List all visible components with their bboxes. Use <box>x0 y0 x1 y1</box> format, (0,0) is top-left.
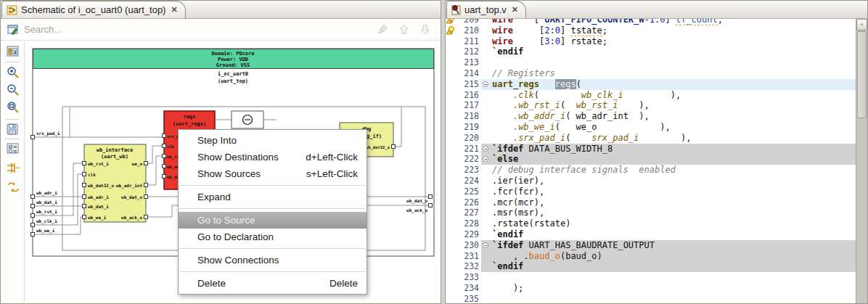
svg-text:wb_ack_o: wb_ack_o <box>121 215 142 221</box>
editor-line[interactable]: 234 ); <box>446 283 856 294</box>
fold-column <box>481 261 492 272</box>
properties-icon[interactable]: i <box>7 46 20 57</box>
menu-item-label: Step Into <box>197 135 237 146</box>
editor-line[interactable]: 219 .wb_we_i( we_o ), <box>446 122 856 133</box>
warning-icon[interactable] <box>446 19 457 25</box>
editor-line[interactable]: 222`else <box>446 154 856 165</box>
line-number: 223 <box>457 165 481 176</box>
line-highlight-region: .fcr(fcr), <box>481 186 856 197</box>
fold-marker[interactable] <box>481 154 492 165</box>
block-clock-buffer[interactable] <box>232 111 263 128</box>
warning-icon[interactable] <box>446 25 457 36</box>
editor-line[interactable]: 214// Registers <box>446 68 856 79</box>
editor-line[interactable]: 232`endif <box>446 261 856 272</box>
editor-line[interactable]: 229`endif <box>446 229 856 240</box>
line-highlight-region: .wb_addr_i( wb_adr_int ), <box>481 111 856 122</box>
editor-line[interactable]: 212`endif <box>446 46 856 57</box>
menu-item-label: Delete <box>197 278 226 289</box>
fold-column <box>481 90 492 101</box>
line-highlight-region: wire [2:0] tstate; <box>481 25 856 36</box>
svg-text:clk: clk <box>167 144 175 149</box>
search-input[interactable] <box>20 24 377 35</box>
search-next-icon[interactable] <box>419 24 430 35</box>
editor-line[interactable]: 218 .wb_addr_i( wb_adr_int ), <box>446 111 856 122</box>
editor-line[interactable]: 213 <box>446 57 856 68</box>
schematic-toolbar: i <box>1 41 25 303</box>
menu-item-go-to-source[interactable]: Go to Source <box>179 212 367 229</box>
menu-item-delete[interactable]: DeleteDelete <box>179 275 367 292</box>
menu-item-label: Go to Declaration <box>197 231 274 242</box>
menu-item-show-connections[interactable]: Show Connections <box>179 252 367 268</box>
line-number: 225 <box>457 186 481 197</box>
fold-column <box>481 218 492 229</box>
editor-line[interactable]: 224.ier(ier), <box>446 176 856 186</box>
scroll-up-button[interactable]: ^ <box>856 19 867 30</box>
line-number: 216 <box>457 90 481 101</box>
code-text: .mcr(mcr), <box>492 197 856 208</box>
fold-marker[interactable] <box>481 144 492 155</box>
line-highlight-region: `ifdef UART_HAS_BAUDRATE_OUTPUT <box>481 240 856 251</box>
menu-item-show-destinations[interactable]: Show Destinationsd+Left-Click <box>179 149 367 165</box>
menu-item-show-sources[interactable]: Show Sourcess+Left-Click <box>179 165 367 182</box>
search-previous-icon[interactable] <box>398 24 409 35</box>
code-text: `else <box>492 154 856 165</box>
ground-label: Ground: VSS <box>216 62 250 68</box>
editor-line[interactable]: 225.fcr(fcr), <box>446 186 856 197</box>
fold-column <box>481 122 492 133</box>
fold-marker[interactable] <box>481 240 492 251</box>
scrollbar-thumb[interactable] <box>857 31 867 118</box>
editor-line[interactable]: 233 <box>446 272 856 283</box>
editor-line[interactable]: 210wire [2:0] tstate; <box>446 25 856 36</box>
tab-uart-top-v[interactable]: uart_top.v ✕ <box>446 1 526 18</box>
fold-column <box>481 283 492 294</box>
filter-options-icon[interactable] <box>7 143 20 155</box>
svg-text:(uart_regs): (uart_regs) <box>173 121 206 127</box>
menu-item-label: Show Destinations <box>197 152 279 163</box>
gutter-spacer <box>446 229 457 240</box>
editor-line[interactable]: 216 .clk( wb_clk_i ), <box>446 90 856 101</box>
editor-line[interactable]: 230`ifdef UART_HAS_BAUDRATE_OUTPUT <box>446 240 856 251</box>
editor-scrollbar[interactable]: ^ <box>856 19 867 303</box>
menu-item-expand[interactable]: Expand <box>179 189 367 205</box>
close-icon[interactable]: ✕ <box>169 5 177 15</box>
fold-marker[interactable] <box>481 79 492 90</box>
line-highlight-region <box>481 294 856 303</box>
editor-line[interactable]: 223// debug interface signals enabled <box>446 165 856 176</box>
line-number: 228 <box>457 218 481 229</box>
editor-line[interactable]: 227.msr(msr), <box>446 208 856 218</box>
zoom-fit-icon[interactable] <box>7 101 20 114</box>
line-number: 209 <box>457 19 481 25</box>
svg-text:wb_dat32_o: wb_dat32_o <box>88 183 115 189</box>
editor-line[interactable]: 226.mcr(mcr), <box>446 197 856 208</box>
block-wb-interface[interactable]: wb_interface (uart_wb) wb_rst_i clk wb_d… <box>83 144 148 222</box>
line-highlight-region: .ier(ier), <box>481 176 856 186</box>
code-text: uart_regs regs( <box>492 79 856 90</box>
line-highlight-region: .mcr(mcr), <box>481 197 856 208</box>
menu-item-go-to-declaration[interactable]: Go to Declaration <box>179 229 367 245</box>
code-editor[interactable]: 209wire [`UART_FIFO_COUNTER_W-1:0] tf_co… <box>446 19 856 303</box>
editor-line[interactable]: 228.rstate(rstate) <box>446 218 856 229</box>
editor-line[interactable]: 217 .wb_rst_i( wb_rst_i ), <box>446 100 856 111</box>
editor-line[interactable]: 235 <box>446 294 856 303</box>
editor-line[interactable]: 231 , .baud_o(baud_o) <box>446 251 856 262</box>
menu-item-step-into[interactable]: Step Into <box>179 132 367 149</box>
close-icon[interactable]: ✕ <box>510 5 518 15</box>
collapse-ports-icon[interactable] <box>7 162 20 174</box>
editor-line[interactable]: 215uart_regs regs( <box>446 79 856 90</box>
editor-line[interactable]: 221`ifdef DATA_BUS_WIDTH_8 <box>446 144 856 155</box>
zoom-in-icon[interactable] <box>7 66 20 79</box>
editor-line[interactable]: 211wire [3:0] rstate; <box>446 36 856 47</box>
zoom-out-icon[interactable] <box>7 83 20 96</box>
fold-column <box>481 111 492 122</box>
clear-highlight-icon[interactable] <box>377 24 388 35</box>
gutter-spacer <box>446 90 457 101</box>
swap-direction-icon[interactable] <box>7 181 20 194</box>
editor-line[interactable]: 209wire [`UART_FIFO_COUNTER_W-1:0] tf_co… <box>446 19 856 25</box>
app-window: Schematic of i_oc_uart0 (uart_top) ✕ <box>0 0 868 304</box>
editor-line[interactable]: 220 .srx_pad_i( srx_pad_i ), <box>446 133 856 144</box>
save-icon[interactable] <box>7 123 19 135</box>
tab-schematic[interactable]: Schematic of i_oc_uart0 (uart_top) ✕ <box>1 1 186 18</box>
line-highlight-region: wire [3:0] rstate; <box>481 36 856 47</box>
menu-item-label: Show Connections <box>197 255 279 266</box>
toolbar-separator <box>5 62 20 62</box>
